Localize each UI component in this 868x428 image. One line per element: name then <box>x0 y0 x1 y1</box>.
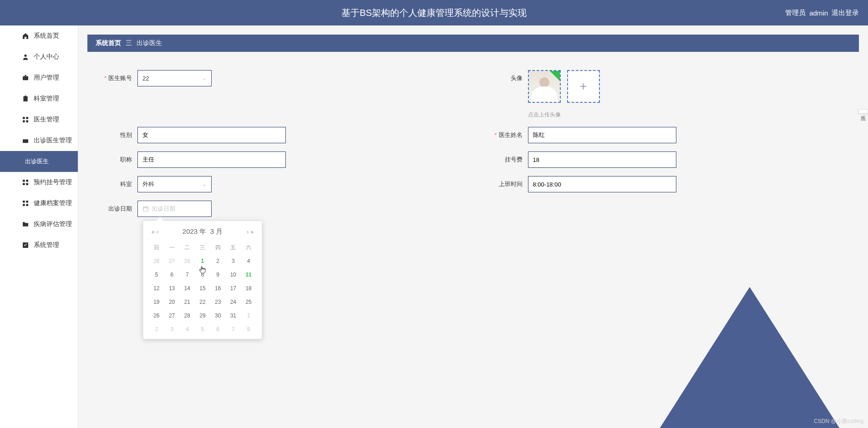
svg-rect-9 <box>23 180 25 182</box>
gender-input[interactable] <box>137 127 286 143</box>
sidebar-item-label: 预约挂号管理 <box>34 178 72 186</box>
calendar-day[interactable]: 26 <box>149 254 164 268</box>
logout-link[interactable]: 退出登录 <box>832 9 859 17</box>
calendar-day[interactable]: 12 <box>149 282 164 295</box>
avatar-label: 头像 <box>487 70 528 86</box>
calendar-day[interactable]: 31 <box>226 309 241 322</box>
sidebar-item-10[interactable]: 系统管理 <box>0 235 78 256</box>
fee-input[interactable] <box>528 151 676 168</box>
calendar-icon <box>142 206 149 212</box>
prev-year-month-nav[interactable]: « ‹ <box>152 229 158 235</box>
calendar-day[interactable]: 4 <box>241 254 256 268</box>
calendar-day[interactable]: 2 <box>210 254 226 268</box>
sidebar-item-2[interactable]: 用户管理 <box>0 67 78 88</box>
calendar-day[interactable]: 20 <box>164 295 180 309</box>
calendar-day[interactable]: 16 <box>210 282 226 295</box>
sidebar-item-3[interactable]: 科室管理 <box>0 88 78 109</box>
chevron-down-icon: ⌄ <box>202 181 207 187</box>
fee-label: 挂号费 <box>505 156 523 163</box>
sidebar-item-9[interactable]: 疾病评估管理 <box>0 214 78 235</box>
datepicker-title[interactable]: 2023 年 3 月 <box>183 227 223 236</box>
next-month-icon[interactable]: › <box>247 229 249 235</box>
calendar-day[interactable]: 23 <box>210 295 226 309</box>
department-label: 科室 <box>120 181 132 187</box>
svg-rect-16 <box>26 204 28 206</box>
calendar-day[interactable]: 27 <box>164 309 180 322</box>
sidebar-item-1[interactable]: 个人中心 <box>0 46 78 67</box>
calendar-day[interactable]: 1 <box>195 254 210 268</box>
calendar-day[interactable]: 2 <box>149 322 164 336</box>
calendar-day[interactable]: 18 <box>241 282 256 295</box>
calendar-day[interactable]: 5 <box>195 322 210 336</box>
calendar-day[interactable]: 26 <box>149 309 164 322</box>
visit-date-picker[interactable]: 出诊日期 <box>137 201 212 217</box>
title-label: 职称 <box>120 156 132 163</box>
sidebar-item-0[interactable]: 系统首页 <box>0 25 78 46</box>
breadcrumb: 系统首页 三 出诊医生 <box>87 35 859 52</box>
calendar-day[interactable]: 4 <box>179 322 195 336</box>
svg-rect-7 <box>26 120 28 122</box>
calendar-day[interactable]: 21 <box>179 295 195 309</box>
calendar-day[interactable]: 30 <box>210 309 226 322</box>
svg-rect-6 <box>23 120 25 122</box>
sidebar-item-label: 系统管理 <box>34 241 59 249</box>
avatar-upload-button[interactable]: + <box>567 70 600 103</box>
avatar-thumbnail[interactable] <box>528 70 561 103</box>
header-user-area: 管理员 admin 退出登录 <box>785 9 859 17</box>
sidebar-item-5[interactable]: 出诊医生管理 <box>0 130 78 151</box>
calendar-day[interactable]: 17 <box>226 282 241 295</box>
work-time-input[interactable] <box>528 176 676 192</box>
weekday-header: 四 <box>210 241 226 254</box>
calendar-day[interactable]: 1 <box>241 309 256 322</box>
calendar-day[interactable]: 3 <box>164 322 180 336</box>
prev-month-icon[interactable]: ‹ <box>157 229 158 235</box>
doctor-account-value: 22 <box>142 75 149 82</box>
calendar-day[interactable]: 7 <box>226 322 241 336</box>
prev-year-icon[interactable]: « <box>152 229 155 235</box>
calendar-day[interactable]: 5 <box>149 268 164 282</box>
sidebar-item-4[interactable]: 医生管理 <box>0 109 78 130</box>
calendar-day[interactable]: 29 <box>195 309 210 322</box>
calendar-day[interactable]: 28 <box>179 254 195 268</box>
calendar-day[interactable]: 14 <box>179 282 195 295</box>
calendar-day[interactable]: 13 <box>164 282 180 295</box>
next-year-icon[interactable]: » <box>250 229 254 235</box>
briefcase-icon <box>22 74 29 81</box>
username[interactable]: admin <box>809 9 828 17</box>
calendar-day[interactable]: 28 <box>179 309 195 322</box>
title-input[interactable] <box>137 151 286 168</box>
calendar-day[interactable]: 7 <box>179 268 195 282</box>
sidebar-item-6[interactable]: 出诊医生 <box>0 151 78 172</box>
doctor-name-input[interactable] <box>528 127 676 143</box>
calendar-day[interactable]: 11 <box>241 268 256 282</box>
grid-icon <box>22 200 29 207</box>
gender-label: 性别 <box>120 131 132 138</box>
sidebar-item-7[interactable]: 预约挂号管理 <box>0 172 78 193</box>
calendar-day[interactable]: 6 <box>210 322 226 336</box>
sidebar-item-label: 出诊医生 <box>25 157 49 166</box>
doctor-account-select[interactable]: 22 ⌄ <box>137 70 212 86</box>
breadcrumb-home[interactable]: 系统首页 <box>96 39 121 47</box>
sidebar-item-8[interactable]: 健康档案管理 <box>0 193 78 214</box>
calendar-day[interactable]: 8 <box>241 322 256 336</box>
next-year-month-nav[interactable]: › » <box>247 229 254 235</box>
department-select[interactable]: 外科 ⌄ <box>137 176 212 192</box>
calendar-day[interactable]: 15 <box>195 282 210 295</box>
calendar-day[interactable]: 19 <box>149 295 164 309</box>
user-role: 管理员 <box>785 9 806 17</box>
side-peek-tab[interactable]: 系统 <box>858 109 868 114</box>
calendar-day[interactable]: 27 <box>164 254 180 268</box>
calendar-day[interactable]: 6 <box>164 268 180 282</box>
calendar-day[interactable]: 3 <box>226 254 241 268</box>
check-icon <box>22 242 29 249</box>
calendar-day[interactable]: 10 <box>226 268 241 282</box>
calendar-day[interactable]: 24 <box>226 295 241 309</box>
svg-rect-8 <box>23 139 28 143</box>
svg-rect-3 <box>25 96 26 97</box>
calendar-day[interactable]: 8 <box>195 268 210 282</box>
calendar-day[interactable]: 25 <box>241 295 256 309</box>
clipboard-icon <box>22 95 29 102</box>
calendar-day[interactable]: 9 <box>210 268 226 282</box>
calendar-table: 日一二三四五六 26272812345678910111213141516171… <box>149 241 256 336</box>
calendar-day[interactable]: 22 <box>195 295 210 309</box>
